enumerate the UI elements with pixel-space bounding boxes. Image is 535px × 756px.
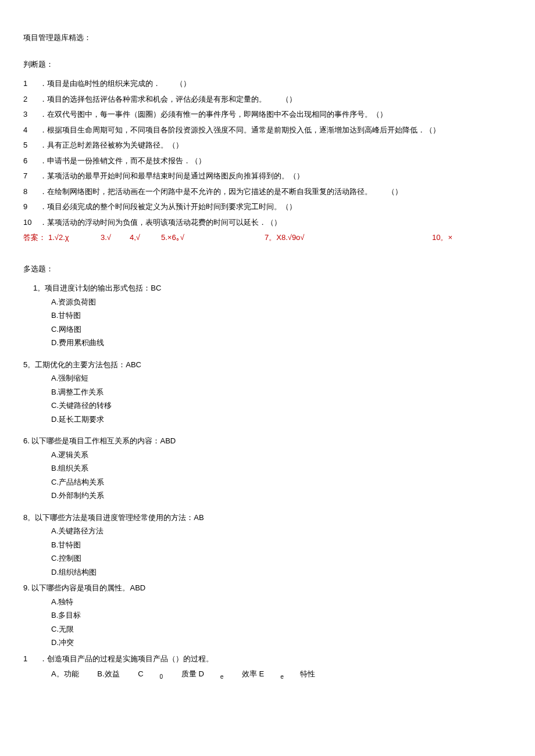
tf-item: 2．项目的选择包括评估各种需求和机会，评估必须是有形和定量的。 （） (23, 94, 512, 105)
answer-4: 4,√ (130, 232, 161, 243)
tf-num: 1 (23, 78, 40, 89)
multichoice-section: 多选题： 1。项目进度计划的输出形式包括：BC A.资源负荷图 B.甘特图 C.… (23, 263, 512, 681)
mc-question: 6. 以下哪些是项目工作相互关系的内容：ABD A.逻辑关系 B.组织关系 C.… (23, 435, 512, 501)
tf-text: ．申请书是一份推销文件，而不是技术报告．（） (40, 155, 512, 167)
mc-option: C.关键路径的转移 (23, 400, 512, 411)
mc-option: B.多目标 (23, 610, 512, 621)
mc-stem: 9. 以下哪些内容是项目的属性。ABD (23, 582, 512, 594)
mc-question-final: 1 ．创造项目产品的过程是实施项目产品（）的过程。 A。功能 B.效益 C0 质… (23, 653, 512, 681)
mc-option: B.调整工作关系 (23, 386, 512, 398)
mc-question: 1。项目进度计划的输出形式包括：BC A.资源负荷图 B.甘特图 C.网络图 D… (23, 282, 512, 349)
tf-text: ．项目是由临时性的组织来完成的． （） (40, 78, 512, 89)
mc-option: C.产品结构关系 (23, 476, 512, 488)
multichoice-header: 多选题： (23, 263, 512, 275)
page-title: 项目管理题库精选： (23, 32, 512, 44)
tf-num: 4 (23, 124, 40, 136)
answer-5-6: 5.×6｡√ (161, 232, 196, 243)
tf-answer-line: 答案： 1.√2.χ 3.√ 4,√ 5.×6｡√ 7。X8.√9o√ 10。× (23, 232, 512, 243)
mc-option: B.组织关系 (23, 463, 512, 474)
tf-num: 7 (23, 170, 40, 182)
answer-spacer (340, 232, 432, 243)
truefalse-section: 判断题： 1．项目是由临时性的组织来完成的． （） 2．项目的选择包括评估各种需… (23, 59, 512, 243)
mc-option: B.甘特图 (23, 310, 512, 321)
mc-stem: 5。工期优化的主要方法包括：ABC (23, 359, 512, 371)
mc-stem: 8。以下哪些方法是项目进度管理经常使用的方法：AB (23, 512, 512, 524)
answer-spacer (311, 232, 340, 243)
mc-question: 5。工期优化的主要方法包括：ABC A.强制缩短 B.调整工作关系 C.关键路径… (23, 359, 512, 425)
mc-option: D.组织结构图 (23, 567, 512, 578)
tf-num: 3 (23, 109, 40, 120)
tf-num: 2 (23, 94, 40, 105)
mc-num: 1 (23, 653, 40, 665)
answer-3: 3.√ (101, 232, 130, 243)
tf-text: ．根据项目生命周期可知，不同项目各阶段资源投入强度不同。通常是前期投入低，逐渐增… (40, 124, 512, 136)
mc-option: B.甘特图 (23, 539, 512, 551)
mc-option: D.延长工期要求 (23, 414, 512, 425)
mc-option: A.强制缩短 (23, 372, 512, 384)
answer-spacer (196, 232, 265, 243)
mc-text: ．创造项目产品的过程是实施项目产品（）的过程。 (40, 653, 512, 665)
tf-item: 1．项目是由临时性的组织来完成的． （） (23, 78, 512, 89)
mc-option: A.独特 (23, 596, 512, 608)
mc-option-b: B.效益 (97, 669, 119, 678)
mc-option: C.无限 (23, 624, 512, 635)
tf-num: 5 (23, 139, 40, 151)
answer-7-9: 7。X8.√9o√ (265, 232, 311, 243)
mc-option: D.费用累积曲线 (23, 337, 512, 349)
tf-text: ．某项活动的浮动时间为负值，表明该项活动花费的时间可以延长．（） (40, 217, 512, 228)
mc-option: D.冲突 (23, 637, 512, 648)
tf-item: 9．项目必须完成的整个时间段被定义为从预计开始时间到要求完工时间。（） (23, 201, 512, 213)
tf-text: ．项目的选择包括评估各种需求和机会，评估必须是有形和定量的。 （） (40, 94, 512, 105)
tf-num: 9 (23, 201, 40, 213)
mc-option-cde: C0 质量 De 效率 Ee特性 (138, 669, 331, 678)
tf-num: 10 (23, 217, 40, 228)
tf-item: 6．申请书是一份推销文件，而不是技术报告．（） (23, 155, 512, 167)
mc-inline-options: A。功能 B.效益 C0 质量 De 效率 Ee特性 (23, 668, 512, 681)
tf-item: 4．根据项目生命周期可知，不同项目各阶段资源投入强度不同。通常是前期投入低，逐渐… (23, 124, 512, 136)
tf-item: 10．某项活动的浮动时间为负值，表明该项活动花费的时间可以延长．（） (23, 217, 512, 228)
mc-option: A.关键路径方法 (23, 525, 512, 537)
tf-item: 5．具有正总时差路径被称为关键路径。（） (23, 139, 512, 151)
mc-stem: 1。项目进度计划的输出形式包括：BC (23, 282, 512, 294)
tf-text: ．在双代号图中，每一事件（圆圈）必须有惟一的事件序号，即网络图中不会出现相同的事… (40, 109, 512, 120)
tf-text: ．在绘制网络图时，把活动画在一个闭路中是不允许的，因为它描述的是不断自我重复的活… (40, 186, 512, 198)
mc-option: A.资源负荷图 (23, 296, 512, 308)
answer-1-2: 1.√2.χ (48, 232, 101, 243)
mc-question: 8。以下哪些方法是项目进度管理经常使用的方法：AB A.关键路径方法 B.甘特图… (23, 512, 512, 578)
mc-option: D.外部制约关系 (23, 490, 512, 501)
tf-text: ．某项活动的最早开始时间和最早结束时间是通过网络图反向推算得到的。（） (40, 170, 512, 182)
tf-item: 8．在绘制网络图时，把活动画在一个闭路中是不允许的，因为它描述的是不断自我重复的… (23, 186, 512, 198)
tf-text: ．项目必须完成的整个时间段被定义为从预计开始时间到要求完工时间。（） (40, 201, 512, 213)
mc-stem: 6. 以下哪些是项目工作相互关系的内容：ABD (23, 435, 512, 447)
tf-item: 7．某项活动的最早开始时间和最早结束时间是通过网络图反向推算得到的。（） (23, 170, 512, 182)
tf-item: 3．在双代号图中，每一事件（圆圈）必须有惟一的事件序号，即网络图中不会出现相同的… (23, 109, 512, 120)
tf-num: 8 (23, 186, 40, 198)
mc-option: C.控制图 (23, 553, 512, 564)
mc-option: C.网络图 (23, 324, 512, 335)
tf-num: 6 (23, 155, 40, 167)
tf-text: ．具有正总时差路径被称为关键路径。（） (40, 139, 512, 151)
mc-question: 9. 以下哪些内容是项目的属性。ABD A.独特 B.多目标 C.无限 D.冲突 (23, 582, 512, 648)
truefalse-header: 判断题： (23, 59, 512, 70)
mc-option: A.逻辑关系 (23, 449, 512, 461)
answer-label: 答案： (23, 232, 46, 243)
mc-option-a: A。功能 (51, 669, 79, 678)
mc-stem: 1 ．创造项目产品的过程是实施项目产品（）的过程。 (23, 653, 512, 665)
answer-10: 10。× (432, 232, 452, 243)
truefalse-list: 1．项目是由临时性的组织来完成的． （） 2．项目的选择包括评估各种需求和机会，… (23, 78, 512, 228)
